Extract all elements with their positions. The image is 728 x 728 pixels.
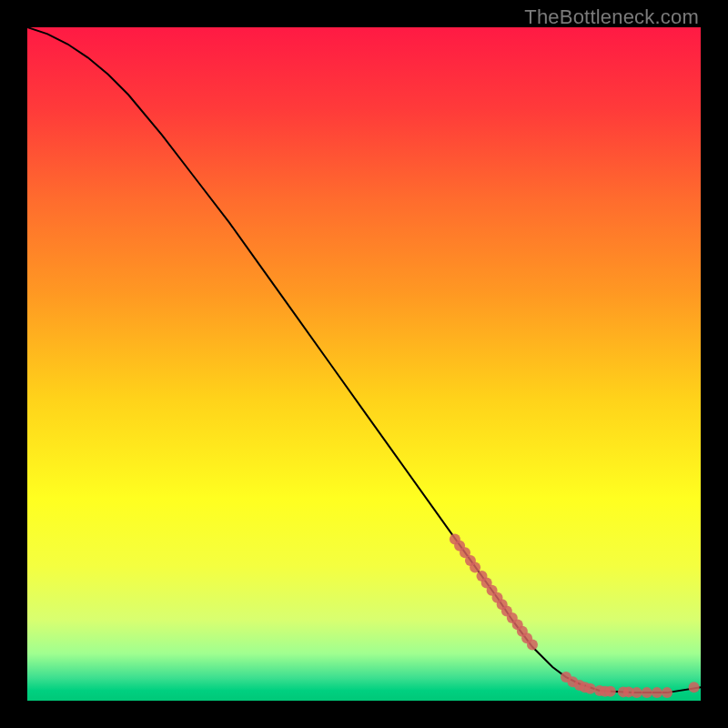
chart-frame [27, 27, 701, 701]
data-point [662, 687, 672, 698]
watermark-text: TheBottleneck.com [524, 5, 699, 29]
data-point [527, 640, 538, 651]
chart-background [27, 27, 701, 701]
data-point [652, 687, 662, 698]
data-point [689, 682, 700, 693]
data-point [632, 687, 642, 698]
data-point [605, 686, 616, 697]
bottleneck-chart [27, 27, 701, 701]
data-point [470, 561, 480, 572]
data-point [585, 683, 596, 694]
data-point [642, 687, 652, 698]
